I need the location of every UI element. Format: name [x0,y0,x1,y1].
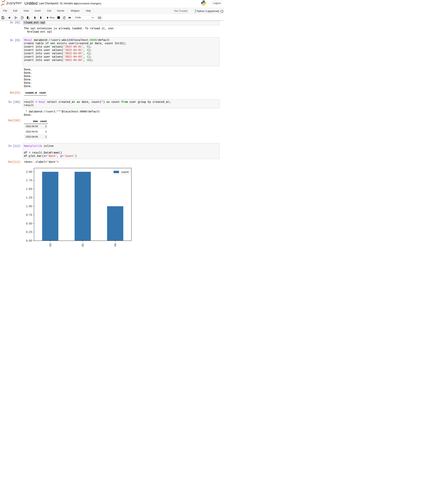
svg-text:1.25: 1.25 [26,196,33,199]
svg-text:0.50: 0.50 [26,222,33,225]
svg-text:1.50: 1.50 [26,187,33,190]
svg-text:0.25: 0.25 [26,230,33,234]
svg-text:04: 04 [114,243,117,246]
svg-text:count: count [121,170,129,174]
svg-text:03: 03 [49,243,52,246]
svg-text:0.00: 0.00 [26,239,33,242]
svg-text:01: 01 [81,243,84,246]
svg-text:1.00: 1.00 [26,205,33,208]
svg-text:0.75: 0.75 [26,213,33,216]
svg-text:2.00: 2.00 [26,170,33,173]
svg-text:1.75: 1.75 [26,179,33,182]
